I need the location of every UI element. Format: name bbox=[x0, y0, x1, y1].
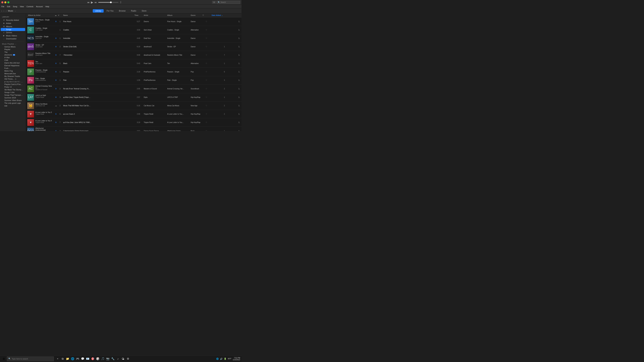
col-time: Time bbox=[134, 14, 143, 16]
table-row[interactable]: P Passion - Single PinkPantheress ♡ ⬇ 1 … bbox=[26, 68, 242, 76]
menu-help[interactable]: Help bbox=[46, 5, 49, 7]
search-box[interactable]: 🔍 Search bbox=[217, 1, 240, 4]
menu-file[interactable]: File bbox=[1, 5, 4, 7]
sidebar-item-music-videos[interactable]: ▶ Music Videos bbox=[1, 34, 25, 37]
menu-view[interactable]: View bbox=[20, 5, 24, 7]
playlist-ski-mask[interactable]: Ski Mask The Slump G… bbox=[1, 88, 25, 91]
playlist-metro-fog[interactable]: Metro Fog bbox=[1, 69, 25, 72]
playlists-section-header[interactable]: Music Playlists ⌄ bbox=[0, 42, 26, 45]
sidebar-item-genres[interactable]: ≡ Genres bbox=[1, 31, 25, 34]
table-row[interactable]: dm5 Strobe - EP deadmau5 ♡ ⬇ 2 Strobe (C… bbox=[26, 42, 242, 51]
song-heart[interactable]: ♡ bbox=[202, 37, 211, 39]
heart-icon[interactable]: ♡ bbox=[36, 91, 54, 92]
song-plays: 2 bbox=[211, 113, 238, 115]
sidebar-item-downloaded[interactable]: ↓ Downloaded bbox=[1, 37, 25, 40]
menu-song[interactable]: Song bbox=[13, 5, 17, 7]
playlist-summer-2019[interactable]: Summer 2019 bbox=[1, 96, 25, 99]
album-title: Ten bbox=[36, 61, 42, 63]
tab-foryou[interactable]: For You bbox=[104, 9, 116, 12]
playlist-the[interactable]: The bbox=[1, 51, 25, 53]
progress-bar[interactable] bbox=[98, 2, 118, 3]
back-button[interactable]: ‹ bbox=[1, 9, 2, 12]
playlist-a-vibe[interactable]: A Vibe bbox=[1, 56, 25, 59]
song-heart[interactable]: ♡ bbox=[202, 121, 211, 123]
song-heart[interactable]: ♡ bbox=[202, 46, 211, 48]
sidebar-item-albums[interactable]: ⊞ Albums bbox=[1, 25, 25, 28]
song-heart[interactable]: ♡ bbox=[202, 88, 211, 90]
table-row[interactable]: ♥ A Love Letter to You 3 Trippie Redd ♡ … bbox=[26, 110, 242, 118]
tab-radio[interactable]: Radio bbox=[129, 9, 138, 12]
playlist-chill[interactable]: Chill. bbox=[1, 59, 25, 61]
heart-icon[interactable]: ♡ bbox=[36, 31, 47, 33]
forward-button[interactable]: › bbox=[4, 9, 4, 12]
menu-edit[interactable]: Edit bbox=[7, 5, 10, 7]
heart-icon[interactable]: ♡ bbox=[36, 73, 48, 75]
song-heart[interactable]: ♡ bbox=[202, 113, 211, 115]
heart-icon[interactable]: ♡ bbox=[36, 65, 42, 66]
menu-controls[interactable]: Controls bbox=[26, 5, 33, 7]
playlist-eternal-happiness[interactable]: Eternal Happiness bbox=[1, 64, 25, 67]
minimize-button[interactable] bbox=[4, 1, 6, 3]
playlist-playboi-carti-d[interactable]: p l a y b o i c a r t i - D… bbox=[1, 80, 25, 83]
table-row[interactable]: 5H Five Hours - Single Deorro ♡ ⬇ 1 Five… bbox=[26, 17, 242, 26]
song-heart[interactable]: ♡ bbox=[202, 21, 211, 22]
song-heart[interactable]: ♡ bbox=[202, 62, 211, 64]
playlist-my-shazam-tracks[interactable]: My Shazam Tracks bbox=[1, 75, 25, 78]
song-heart[interactable]: ♡ bbox=[202, 79, 211, 81]
sidebar-item-recently-added[interactable]: ⊕ Recently Added bbox=[1, 18, 25, 22]
tab-store[interactable]: Store bbox=[139, 9, 149, 12]
download-icon: ⬇ bbox=[55, 54, 57, 56]
heart-icon[interactable]: ♡ bbox=[36, 56, 50, 58]
sidebar-item-artists[interactable]: ♟ Artists bbox=[1, 22, 25, 25]
heart-icon[interactable]: ♡ bbox=[36, 39, 48, 41]
playlist-playlist[interactable]: Playlist bbox=[1, 48, 25, 51]
table-row[interactable]: AC Animal Crossing: New Le… Masters of S… bbox=[26, 84, 242, 93]
menu-account[interactable]: Account bbox=[36, 5, 43, 7]
hamburger-button[interactable]: ☰ bbox=[212, 1, 216, 3]
playlist-electronic[interactable]: electronic M bbox=[1, 53, 25, 56]
playlist-playboi-carti-pierre[interactable]: Playboi Carti & Pi'erre… bbox=[1, 83, 25, 86]
playlist-songs-i-like[interactable]: Songs I Like bbox=[1, 91, 25, 94]
next-button[interactable]: ⏭ bbox=[94, 1, 97, 4]
playlist-fuck[interactable]: Fuck… bbox=[1, 67, 25, 69]
table-row[interactable]: LAT LIFE'S A TRIP Trippie Redd ♡ ⬇ 3 EWi… bbox=[26, 93, 242, 102]
song-heart[interactable]: ♡ bbox=[202, 71, 211, 73]
heart-icon[interactable]: ♡ bbox=[36, 81, 46, 83]
playlist-old-times[interactable]: Old Times… :) bbox=[1, 78, 25, 80]
playlist-summer-vibes-brass[interactable]: Summer Vibes Brass bbox=[1, 99, 25, 102]
playlist-posty[interactable]: Posty <3 bbox=[1, 86, 25, 88]
previous-button[interactable]: ⏮ bbox=[87, 1, 90, 4]
table-row[interactable]: RAT Random Album Title deadmau5 ♡ ⬇ 7 ! … bbox=[26, 51, 242, 59]
song-heart[interactable]: ♡ bbox=[202, 29, 211, 31]
song-heart[interactable]: ♡ bbox=[202, 96, 211, 98]
heart-icon[interactable]: ♡ bbox=[36, 98, 46, 100]
song-heart[interactable]: ♡ bbox=[202, 105, 211, 107]
playlist-damn-this-shit-lout[interactable]: Damn this shit lout bbox=[1, 61, 25, 64]
heart-icon[interactable]: ♡ bbox=[36, 23, 50, 24]
song-heart[interactable]: ♡ bbox=[202, 130, 211, 131]
col-date-added[interactable]: Date Added ⌄ bbox=[211, 14, 238, 16]
table-row[interactable]: TEN Ten Pearl Jam ♡ ⬇ 5 Black 5:43 Pearl… bbox=[26, 59, 242, 68]
close-button[interactable] bbox=[1, 1, 3, 3]
playlist-minecraft-doe[interactable]: Minecraft Doe bbox=[1, 72, 25, 75]
table-row[interactable]: DGD Afterburner (Instrumental) Dance Gav… bbox=[26, 127, 242, 131]
heart-icon[interactable]: ♡ bbox=[36, 124, 52, 125]
table-row[interactable]: 🐱 Alexa Cat Music Cat Music Cat ♡ ☁ 2 Mu… bbox=[26, 102, 242, 110]
table-row[interactable]: NCS Invincible - Single Deaf Kev ♡ ⬇ 1 I… bbox=[26, 34, 242, 42]
playlist-genius-mixes[interactable]: Genius Mixes bbox=[1, 45, 25, 48]
table-row[interactable]: Pa Pain - Single PinkPantheress ♡ ⬇ 1 Pa… bbox=[26, 76, 242, 84]
tab-browse[interactable]: Browse bbox=[116, 9, 128, 12]
song-heart[interactable]: ♡ bbox=[202, 54, 211, 56]
playlist-the-only-good-logic[interactable]: The only good Logic bbox=[1, 102, 25, 104]
play-button[interactable]: ▶ bbox=[91, 0, 93, 4]
maximize-button[interactable] bbox=[8, 1, 10, 3]
playlist-songs-that-transport[interactable]: Songs That Transport… bbox=[1, 94, 25, 96]
heart-icon[interactable]: ♡ bbox=[36, 107, 48, 108]
heart-icon[interactable]: ♡ bbox=[36, 115, 52, 117]
table-row[interactable]: ♥ A Love Letter to You 4 Trippie Redd ♡ … bbox=[26, 118, 242, 127]
sidebar-item-songs[interactable]: ♪ Songs bbox=[1, 28, 25, 31]
playlist-wat[interactable]: wat bbox=[1, 104, 25, 107]
heart-icon[interactable]: ♡ bbox=[36, 48, 44, 49]
tab-library[interactable]: Library bbox=[93, 9, 104, 12]
table-row[interactable]: C Cradles - Single Sub Urban ♡ 1 Cradles… bbox=[26, 26, 242, 34]
